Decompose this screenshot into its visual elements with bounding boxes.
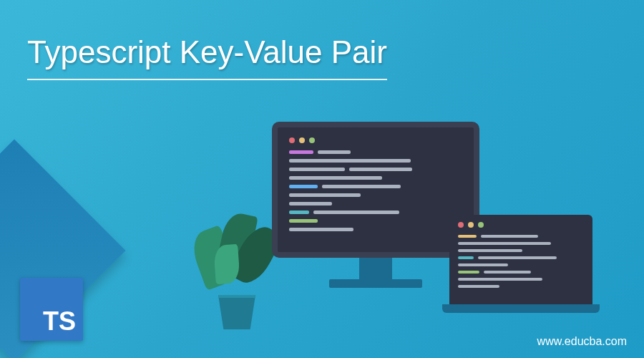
code-line xyxy=(458,242,551,245)
window-controls-icon xyxy=(458,222,584,228)
code-line xyxy=(458,285,499,288)
dot-red-icon xyxy=(458,222,464,228)
code-line xyxy=(289,202,332,205)
dot-yellow-icon xyxy=(468,222,474,228)
code-line xyxy=(289,185,462,193)
code-line xyxy=(289,159,411,163)
laptop-screen xyxy=(449,215,592,304)
code-line xyxy=(289,211,462,219)
window-controls-icon xyxy=(289,137,462,143)
code-line xyxy=(458,278,542,281)
typescript-logo-icon: TS xyxy=(20,278,83,341)
code-line xyxy=(289,228,353,231)
laptop-illustration xyxy=(442,215,600,313)
monitor-stand xyxy=(359,258,392,279)
code-line xyxy=(289,168,462,176)
website-url: www.educba.com xyxy=(537,335,627,348)
code-line xyxy=(458,263,508,266)
code-line xyxy=(289,193,361,197)
pot-icon xyxy=(215,295,259,329)
ts-badge-label: TS xyxy=(43,306,76,337)
dot-yellow-icon xyxy=(299,137,305,143)
monitor-base xyxy=(329,279,422,288)
code-line xyxy=(458,235,584,242)
dot-green-icon xyxy=(309,137,315,143)
dot-red-icon xyxy=(289,137,295,143)
laptop-base xyxy=(442,304,600,313)
code-line xyxy=(458,271,584,278)
code-line xyxy=(289,150,462,159)
dot-green-icon xyxy=(478,222,484,228)
banner-container: Typescript Key-Value Pair xyxy=(0,0,644,358)
plant-illustration xyxy=(193,200,279,329)
code-line xyxy=(458,249,522,252)
code-line xyxy=(289,176,382,180)
code-line xyxy=(458,256,584,263)
page-title: Typescript Key-Value Pair xyxy=(27,34,387,80)
code-line xyxy=(289,219,318,223)
